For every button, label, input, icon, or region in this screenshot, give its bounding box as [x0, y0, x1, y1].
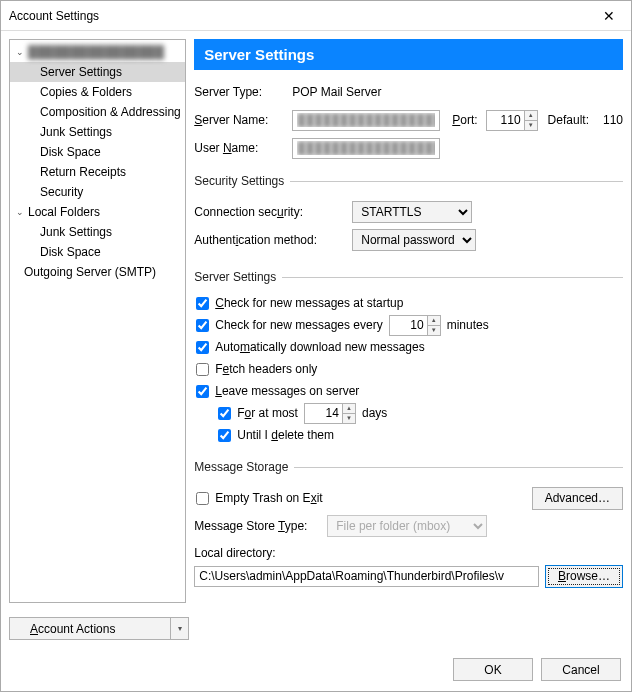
server-type-label: Server Type:	[194, 85, 284, 99]
accounts-tree: ⌄ ████████████████ Server Settings Copie…	[9, 39, 186, 603]
server-settings-group: Server Settings Check for new messages a…	[194, 270, 623, 446]
account-email-redacted: ████████████████	[28, 45, 164, 59]
storage-legend: Message Storage	[194, 460, 294, 474]
account-actions-button[interactable]: Account Actions ▾	[9, 617, 189, 640]
port-label: Port:	[452, 113, 477, 127]
dialog-footer: OK Cancel	[1, 640, 631, 681]
sidebar-item-outgoing[interactable]: Outgoing Server (SMTP)	[10, 262, 185, 282]
chevron-down-icon: ▾	[170, 618, 188, 639]
server-type-value: POP Mail Server	[292, 85, 381, 99]
spin-icon[interactable]: ▲▼	[342, 404, 355, 423]
chk-empty-trash[interactable]	[196, 492, 209, 505]
chk-startup-row[interactable]: Check for new messages at startup	[194, 292, 623, 314]
chk-every-row[interactable]: Check for new messages every ▲▼ minutes	[194, 314, 623, 336]
chk-autodl-row[interactable]: Automatically download new messages	[194, 336, 623, 358]
security-settings-group: Security Settings Connection security: S…	[194, 174, 623, 256]
chk-headers-row[interactable]: Fetch headers only	[194, 358, 623, 380]
sidebar-item-security[interactable]: Security	[10, 182, 185, 202]
panel-title: Server Settings	[194, 39, 623, 70]
sidebar-item-copies-folders[interactable]: Copies & Folders	[10, 82, 185, 102]
port-stepper[interactable]: ▲▼	[486, 110, 538, 131]
days-stepper[interactable]: ▲▼	[304, 403, 356, 424]
sidebar-item-lf-junk[interactable]: Junk Settings	[10, 222, 185, 242]
chk-atmost[interactable]	[218, 407, 231, 420]
chk-startup[interactable]	[196, 297, 209, 310]
default-label: Default:	[548, 113, 589, 127]
sidebar-item-server-settings[interactable]: Server Settings	[10, 62, 185, 82]
conn-sec-select[interactable]: STARTTLS	[352, 201, 472, 223]
sidebar-item-junk[interactable]: Junk Settings	[10, 122, 185, 142]
chk-leave[interactable]	[196, 385, 209, 398]
spin-icon[interactable]: ▲▼	[427, 316, 440, 335]
user-name-label: User Name:	[194, 141, 284, 155]
sidebar-item-composition[interactable]: Composition & Addressing	[10, 102, 185, 122]
account-root[interactable]: ⌄ ████████████████	[10, 42, 185, 62]
local-dir-input[interactable]	[194, 566, 539, 587]
interval-stepper[interactable]: ▲▼	[389, 315, 441, 336]
chk-until-delete[interactable]	[218, 429, 231, 442]
cancel-button[interactable]: Cancel	[541, 658, 621, 681]
chk-until-delete-row[interactable]: Until I delete them	[194, 424, 623, 446]
server-name-input[interactable]	[292, 110, 440, 131]
browse-button[interactable]: Browse…	[545, 565, 623, 588]
sidebar-item-lf-disk[interactable]: Disk Space	[10, 242, 185, 262]
local-dir-label: Local directory:	[194, 546, 623, 560]
local-folders-root[interactable]: ⌄ Local Folders	[10, 202, 185, 222]
user-name-input[interactable]	[292, 138, 440, 159]
sidebar-item-disk-space[interactable]: Disk Space	[10, 142, 185, 162]
chk-every[interactable]	[196, 319, 209, 332]
chk-empty-trash-row[interactable]: Empty Trash on Exit	[194, 487, 322, 509]
sidebar-item-return-receipts[interactable]: Return Receipts	[10, 162, 185, 182]
chk-autodl[interactable]	[196, 341, 209, 354]
conn-sec-label: Connection security:	[194, 205, 344, 219]
close-button[interactable]: ✕	[586, 1, 631, 30]
main-panel: Server Settings Server Type: POP Mail Se…	[194, 39, 623, 603]
server-name-label: Server Name:	[194, 113, 284, 127]
chk-atmost-row[interactable]: For at most ▲▼ days	[194, 402, 623, 424]
store-type-select: File per folder (mbox)	[327, 515, 487, 537]
security-legend: Security Settings	[194, 174, 290, 188]
server-settings-legend: Server Settings	[194, 270, 282, 284]
spin-icon[interactable]: ▲▼	[524, 111, 537, 130]
auth-method-label: Authentication method:	[194, 233, 344, 247]
chk-leave-row[interactable]: Leave messages on server	[194, 380, 623, 402]
close-icon: ✕	[603, 8, 615, 24]
advanced-button[interactable]: Advanced…	[532, 487, 623, 510]
chevron-down-icon: ⌄	[16, 47, 26, 57]
message-storage-group: Message Storage Empty Trash on Exit Adva…	[194, 460, 623, 592]
store-type-label: Message Store Type:	[194, 519, 319, 533]
titlebar: Account Settings ✕	[1, 1, 631, 31]
default-port-value: 110	[603, 113, 623, 127]
ok-button[interactable]: OK	[453, 658, 533, 681]
window-title: Account Settings	[9, 9, 586, 23]
chk-headers[interactable]	[196, 363, 209, 376]
chevron-down-icon: ⌄	[16, 207, 26, 217]
auth-method-select[interactable]: Normal password	[352, 229, 476, 251]
